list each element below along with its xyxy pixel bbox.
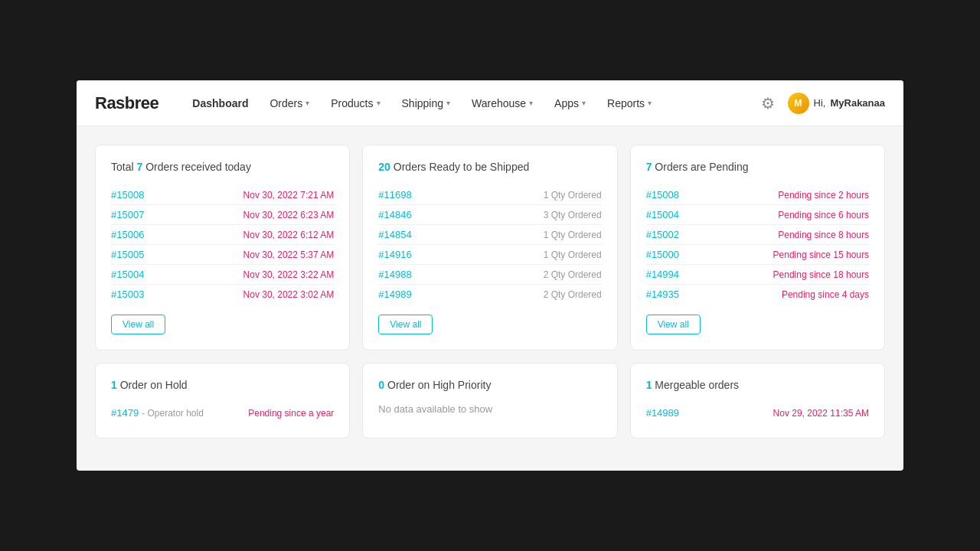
table-row: #15006 Nov 30, 2022 6:12 AM [111, 225, 334, 245]
order-id[interactable]: #14846 [378, 209, 411, 220]
table-row: #14854 1 Qty Ordered [378, 225, 601, 245]
card-high-priority: 0 Order on High Priority No data availab… [362, 363, 617, 439]
order-id[interactable]: #14916 [378, 249, 411, 260]
order-qty: 1 Qty Ordered [544, 249, 602, 260]
pending-status: Pending since 8 hours [778, 230, 869, 240]
order-qty: 1 Qty Ordered [544, 230, 602, 240]
apps-chevron-icon: ▾ [582, 99, 586, 107]
nav-apps[interactable]: Apps ▾ [545, 91, 595, 116]
order-date: Nov 29, 2022 11:35 AM [773, 408, 869, 419]
order-date: Nov 30, 2022 7:21 AM [243, 190, 335, 201]
order-id[interactable]: #15008 [646, 189, 679, 201]
view-all-ready-to-ship[interactable]: View all [378, 315, 433, 334]
nav-right: ⚙ M Hi, MyRakanaa [757, 93, 885, 114]
table-row: #15004 Nov 30, 2022 3:22 AM [111, 265, 334, 285]
products-chevron-icon: ▾ [377, 99, 381, 107]
order-id[interactable]: #14988 [378, 269, 411, 280]
pending-status: Pending since 18 hours [773, 269, 869, 280]
card-ready-to-ship: 20 Orders Ready to be Shipped #11698 1 Q… [362, 145, 617, 350]
order-date: Nov 30, 2022 6:23 AM [243, 210, 335, 220]
user-name: MyRakanaa [830, 97, 885, 109]
table-row: #15007 Nov 30, 2022 6:23 AM [111, 205, 334, 225]
table-row: #14916 1 Qty Ordered [378, 245, 601, 265]
order-qty: 2 Qty Ordered [544, 289, 602, 300]
view-all-pending[interactable]: View all [646, 315, 701, 334]
pending-status: Pending since 6 hours [778, 210, 869, 220]
warehouse-chevron-icon: ▾ [529, 99, 533, 107]
orders-today-list: #15008 Nov 30, 2022 7:21 AM #15007 Nov 3… [111, 185, 334, 304]
nav-warehouse[interactable]: Warehouse ▾ [462, 91, 542, 116]
on-hold-list: #1479 - Operator hold Pending since a ye… [111, 403, 334, 422]
pending-status: Pending since 4 days [782, 289, 869, 300]
orders-chevron-icon: ▾ [305, 99, 309, 107]
table-row: #1479 - Operator hold Pending since a ye… [111, 403, 334, 422]
nav-items: Dashboard Orders ▾ Products ▾ Shipping ▾… [183, 91, 756, 116]
table-row: #14846 3 Qty Ordered [378, 205, 601, 225]
table-row: #14935 Pending since 4 days [646, 285, 869, 304]
nav-shipping[interactable]: Shipping ▾ [393, 91, 460, 116]
nav-products[interactable]: Products ▾ [322, 91, 389, 116]
nav-dashboard[interactable]: Dashboard [183, 91, 257, 116]
order-id[interactable]: #15004 [111, 269, 144, 280]
table-row: #14988 2 Qty Ordered [378, 265, 601, 285]
settings-icon[interactable]: ⚙ [757, 93, 779, 114]
card-pending: 7 Orders are Pending #15008 Pending sinc… [630, 145, 885, 350]
order-date: Nov 30, 2022 5:37 AM [243, 249, 335, 260]
order-qty: 1 Qty Ordered [544, 190, 602, 201]
pending-status: Pending since 2 hours [778, 190, 869, 201]
table-row: #14989 Nov 29, 2022 11:35 AM [646, 403, 869, 422]
avatar: M [788, 93, 809, 114]
table-row: #15005 Nov 30, 2022 5:37 AM [111, 245, 334, 265]
order-id[interactable]: #11698 [378, 189, 411, 201]
table-row: #15008 Nov 30, 2022 7:21 AM [111, 185, 334, 205]
user-area[interactable]: M Hi, MyRakanaa [788, 93, 885, 114]
app-window: Rasbree Dashboard Orders ▾ Products ▾ Sh… [77, 80, 903, 471]
order-qty: 2 Qty Ordered [544, 269, 602, 280]
navbar: Rasbree Dashboard Orders ▾ Products ▾ Sh… [77, 80, 903, 126]
order-id[interactable]: #15003 [111, 289, 144, 300]
pending-status: Pending since 15 hours [773, 249, 869, 260]
order-id[interactable]: #15005 [111, 249, 144, 260]
pending-list: #15008 Pending since 2 hours #15004 Pend… [646, 185, 869, 304]
card-orders-today: Total 7 Orders received today #15008 Nov… [95, 145, 350, 350]
card-pending-title: 7 Orders are Pending [646, 161, 869, 173]
card-on-hold: 1 Order on Hold #1479 - Operator hold Pe… [95, 363, 350, 439]
card-high-priority-title: 0 Order on High Priority [378, 379, 601, 391]
order-id[interactable]: #15000 [646, 249, 679, 260]
order-id[interactable]: #14994 [646, 269, 679, 280]
order-id[interactable]: #15006 [111, 229, 144, 240]
card-mergeable-title: 1 Mergeable orders [646, 379, 869, 391]
hold-note: - Operator hold [142, 408, 204, 419]
table-row: #15004 Pending since 6 hours [646, 205, 869, 225]
brand-logo: Rasbree [95, 93, 158, 113]
ready-to-ship-list: #11698 1 Qty Ordered #14846 3 Qty Ordere… [378, 185, 601, 304]
table-row: #14994 Pending since 18 hours [646, 265, 869, 285]
main-content: Total 7 Orders received today #15008 Nov… [77, 126, 903, 457]
no-data-message: No data available to show [378, 403, 601, 415]
order-qty: 3 Qty Ordered [544, 210, 602, 220]
order-id[interactable]: #14989 [378, 289, 411, 300]
order-id[interactable]: #15004 [646, 209, 679, 220]
reports-chevron-icon: ▾ [648, 99, 652, 107]
order-id[interactable]: #15007 [111, 209, 144, 220]
order-date: Nov 30, 2022 3:22 AM [243, 269, 335, 280]
order-id[interactable]: #1479 [111, 407, 139, 419]
order-date: Nov 30, 2022 3:02 AM [243, 289, 335, 300]
order-id[interactable]: #15008 [111, 189, 144, 201]
order-id[interactable]: #14935 [646, 289, 679, 300]
table-row: #15002 Pending since 8 hours [646, 225, 869, 245]
order-date: Nov 30, 2022 6:12 AM [243, 230, 335, 240]
table-row: #15003 Nov 30, 2022 3:02 AM [111, 285, 334, 304]
card-ready-to-ship-title: 20 Orders Ready to be Shipped [378, 161, 601, 173]
order-id[interactable]: #15002 [646, 229, 679, 240]
table-row: #15000 Pending since 15 hours [646, 245, 869, 265]
order-id[interactable]: #14854 [378, 229, 411, 240]
mergeable-list: #14989 Nov 29, 2022 11:35 AM [646, 403, 869, 422]
hold-status: Pending since a year [248, 408, 334, 419]
nav-reports[interactable]: Reports ▾ [598, 91, 661, 116]
card-on-hold-title: 1 Order on Hold [111, 379, 334, 391]
nav-orders[interactable]: Orders ▾ [260, 91, 318, 116]
view-all-orders-today[interactable]: View all [111, 315, 165, 334]
user-greeting: Hi, [814, 97, 826, 109]
order-id[interactable]: #14989 [646, 407, 679, 419]
